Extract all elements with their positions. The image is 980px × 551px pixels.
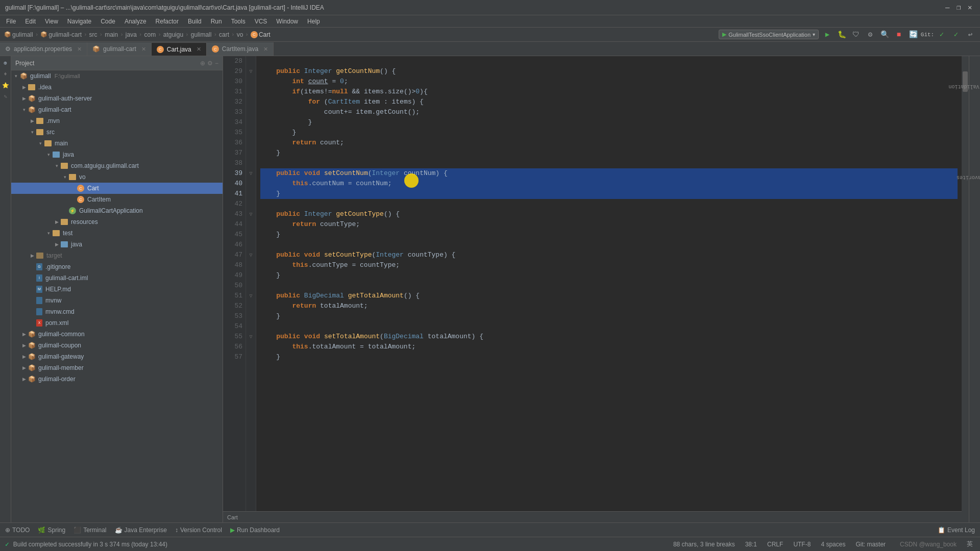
minimize-button[interactable]: — <box>945 4 952 11</box>
tree-resources[interactable]: ▶ resources <box>11 216 223 228</box>
bc-java[interactable]: java <box>126 31 137 38</box>
debug-button[interactable]: 🐛 <box>836 29 847 40</box>
update-button[interactable]: 🔄 <box>908 29 919 40</box>
bc-src[interactable]: src <box>89 31 97 38</box>
gutter-50[interactable] <box>246 281 256 291</box>
gutter-55[interactable]: ▽ <box>246 332 256 342</box>
menu-tools[interactable]: Tools <box>227 17 250 26</box>
tree-auth-server[interactable]: ▶ 📦 gulimall-auth-server <box>11 93 223 104</box>
stop-button[interactable]: ■ <box>893 29 904 40</box>
gutter-41[interactable] <box>246 189 256 199</box>
project-header-collapse[interactable]: − <box>215 60 218 67</box>
gutter-54[interactable] <box>246 321 256 332</box>
project-header-locate[interactable]: ⊕ <box>200 60 205 67</box>
gutter-48[interactable] <box>246 260 256 270</box>
status-line-ending[interactable]: CRLF <box>765 541 785 548</box>
gutter-34[interactable] <box>246 117 256 128</box>
tree-gulimall-order[interactable]: ▶ 📦 gulimall-order <box>11 373 223 385</box>
gutter-45[interactable] <box>246 230 256 240</box>
maximize-button[interactable]: ❐ <box>957 4 964 11</box>
gutter-38[interactable] <box>246 158 256 168</box>
gutter-29[interactable]: ▽ <box>246 66 256 77</box>
right-scrollbar[interactable] <box>962 56 969 522</box>
gutter-28[interactable] <box>246 56 256 66</box>
bottom-tab-run-dashboard[interactable]: ▶ Run Dashboard <box>230 527 280 534</box>
tab-close-cartitem[interactable]: ✕ <box>263 46 268 53</box>
menu-file[interactable]: File <box>2 17 20 26</box>
tree-src[interactable]: ▾ src <box>11 127 223 138</box>
gutter-44[interactable] <box>246 219 256 230</box>
gutter-30[interactable] <box>246 77 256 87</box>
project-header-settings[interactable]: ⚙ <box>207 60 213 67</box>
bc-com[interactable]: com <box>144 31 156 38</box>
gutter-52[interactable] <box>246 301 256 311</box>
left-icon-4[interactable]: ✎ <box>1 92 10 101</box>
menu-window[interactable]: Window <box>272 17 302 26</box>
bc-main[interactable]: main <box>105 31 118 38</box>
menu-analyze[interactable]: Analyze <box>120 17 151 26</box>
tree-java[interactable]: ▾ java <box>11 149 223 160</box>
menu-code[interactable]: Code <box>96 17 119 26</box>
tree-gulimall-member[interactable]: ▶ 📦 gulimall-member <box>11 362 223 373</box>
bc-gulimall[interactable]: 📦 gulimall <box>4 31 33 38</box>
tree-gulimall-coupon[interactable]: ▶ 📦 gulimall-coupon <box>11 340 223 351</box>
tree-cart-app[interactable]: ⚡ GulimallCartApplication <box>11 205 223 216</box>
tab-close-cart[interactable]: ✕ <box>197 46 201 53</box>
gutter-47[interactable]: ▽ <box>246 250 256 260</box>
bottom-tab-terminal[interactable]: ⬛ Terminal <box>74 527 106 534</box>
menu-vcs[interactable]: VCS <box>251 17 272 26</box>
status-chars[interactable]: 88 chars, 3 line breaks <box>671 541 737 548</box>
tree-main[interactable]: ▾ main <box>11 138 223 149</box>
tree-help-md[interactable]: M HELP.md <box>11 284 223 295</box>
left-icon-2[interactable]: ♦ <box>1 69 10 79</box>
tree-com-pkg[interactable]: ▾ com.atguigu.gulimall.cart <box>11 160 223 171</box>
tab-gulimall-cart[interactable]: 📦 gulimall-cart ✕ <box>87 42 152 56</box>
tree-gulimall-common[interactable]: ▶ 📦 gulimall-common <box>11 329 223 340</box>
gutter-32[interactable] <box>246 97 256 107</box>
gutter-56[interactable] <box>246 342 256 352</box>
status-git[interactable]: Git: master <box>853 541 888 548</box>
git-revert-button[interactable]: ↩ <box>965 29 976 40</box>
status-indent[interactable]: 4 spaces <box>819 541 847 548</box>
bc-gulimall-cart[interactable]: 📦 gulimall-cart <box>40 31 82 38</box>
menu-build[interactable]: Build <box>184 17 206 26</box>
gutter-37[interactable] <box>246 148 256 158</box>
tree-iml[interactable]: I gulimall-cart.iml <box>11 272 223 284</box>
tab-close-properties[interactable]: ✕ <box>77 46 82 53</box>
status-encoding[interactable]: UTF-8 <box>791 541 813 548</box>
bottom-tab-version-control[interactable]: ↕ Version Control <box>175 527 222 534</box>
menu-refactor[interactable]: Refactor <box>152 17 183 26</box>
git-push-button[interactable]: ✓ <box>950 29 962 40</box>
bottom-tab-spring[interactable]: 🌿 Spring <box>38 527 65 534</box>
bc-vo[interactable]: vo <box>237 31 243 38</box>
gutter-39[interactable]: ▽ <box>246 168 256 179</box>
tab-cart-java[interactable]: C Cart.java ✕ <box>152 42 207 56</box>
tree-test-java[interactable]: ▶ java <box>11 239 223 250</box>
gutter-53[interactable] <box>246 311 256 321</box>
run-config[interactable]: ▶ GulimallTestSsoClientApplication ▾ <box>719 30 819 39</box>
tree-mvnw-cmd[interactable]: mvnw.cmd <box>11 306 223 317</box>
menu-run[interactable]: Run <box>207 17 226 26</box>
bc-cart[interactable]: cart <box>219 31 229 38</box>
left-icon-1[interactable]: ⊕ <box>1 58 10 67</box>
settings-button[interactable]: ⚙ <box>865 29 876 40</box>
gutter-42[interactable] <box>246 199 256 209</box>
bc-atguigu[interactable]: atguigu <box>163 31 183 38</box>
tree-gulimall-cart[interactable]: ▾ 📦 gulimall-cart <box>11 104 223 115</box>
tree-target[interactable]: ▶ target <box>11 250 223 261</box>
gutter-51[interactable]: ▽ <box>246 291 256 301</box>
tree-pom-xml[interactable]: X pom.xml <box>11 317 223 329</box>
right-icon-validation[interactable]: Grazie Validation <box>969 58 981 114</box>
tree-vo[interactable]: ▾ vo <box>11 171 223 183</box>
bc-cart-class[interactable]: C Cart <box>251 31 271 38</box>
tree-cart-class[interactable]: C Cart <box>11 183 223 194</box>
left-icon-3[interactable]: ⭐ <box>1 81 10 90</box>
gutter-49[interactable] <box>246 270 256 281</box>
menu-view[interactable]: View <box>41 17 62 26</box>
menu-navigate[interactable]: Navigate <box>63 17 95 26</box>
tab-application-properties[interactable]: ⚙ application.properties ✕ <box>0 42 87 56</box>
gutter-40[interactable] <box>246 179 256 189</box>
code-content[interactable]: public Integer getCountNum() { int count… <box>256 56 962 522</box>
close-button[interactable]: ✕ <box>968 4 975 11</box>
tree-mvn[interactable]: ▶ .mvn <box>11 115 223 127</box>
